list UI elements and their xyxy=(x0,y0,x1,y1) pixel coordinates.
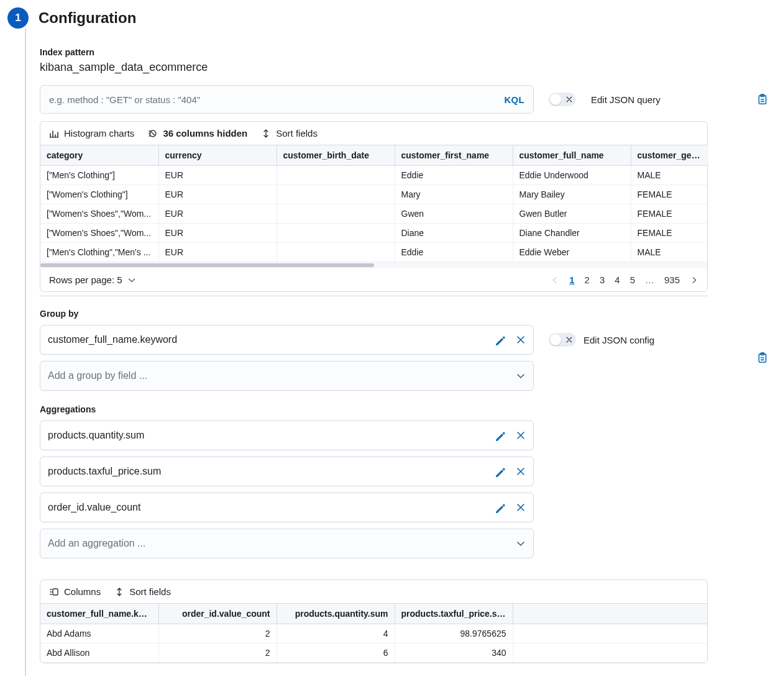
group-by-value: customer_full_name.keyword xyxy=(48,334,177,345)
table-cell: Eddie Underwood xyxy=(513,166,631,185)
table-cell: ["Men's Clothing","Men's ... xyxy=(40,243,158,262)
index-pattern-value: kibana_sample_data_ecommerce xyxy=(40,61,773,74)
x-icon xyxy=(516,335,526,345)
hidden-columns-button[interactable]: 36 columns hidden xyxy=(148,128,247,139)
table-cell: FEMALE xyxy=(631,204,708,224)
rows-per-page-button[interactable]: Rows per page: 5 xyxy=(49,275,136,285)
rows-per-page-label: Rows per page: 5 xyxy=(49,275,122,285)
page-number[interactable]: 935 xyxy=(664,275,680,285)
page-number[interactable]: 5 xyxy=(630,275,635,285)
pencil-icon xyxy=(495,502,506,513)
next-page-button[interactable] xyxy=(690,276,698,284)
x-icon xyxy=(516,466,526,476)
result-table: customer_full_name.key... order_id.value… xyxy=(40,604,707,663)
columns-button[interactable]: Columns xyxy=(49,586,101,597)
table-cell: Abd Allison xyxy=(40,643,158,663)
add-aggregation-placeholder: Add an aggregation ... xyxy=(48,538,145,549)
table-cell: EUR xyxy=(158,224,277,243)
histogram-charts-button[interactable]: Histogram charts xyxy=(49,128,134,139)
table-cell: Eddie xyxy=(395,166,513,185)
x-icon xyxy=(565,336,573,343)
col-header[interactable]: order_id.value_count xyxy=(158,604,277,624)
table-cell xyxy=(277,185,395,204)
table-cell: Gwen xyxy=(395,204,513,224)
table-cell: ["Women's Clothing"] xyxy=(40,185,158,204)
col-header[interactable]: customer_full_name xyxy=(513,145,631,166)
table-cell: 98.9765625 xyxy=(395,624,513,643)
col-header[interactable]: customer_full_name.key... xyxy=(40,604,158,624)
col-header[interactable]: category xyxy=(40,145,158,166)
edit-json-config-label: Edit JSON config xyxy=(583,335,654,345)
edit-aggregation-button[interactable] xyxy=(495,430,506,441)
horizontal-scrollbar[interactable] xyxy=(40,262,707,268)
table-cell: FEMALE xyxy=(631,185,708,204)
query-lang-button[interactable]: KQL xyxy=(504,94,524,105)
sort-fields-button-2[interactable]: Sort fields xyxy=(114,586,171,597)
remove-group-by-button[interactable] xyxy=(516,335,526,345)
edit-aggregation-button[interactable] xyxy=(495,502,506,513)
columns-icon xyxy=(49,587,59,597)
aggregation-entry: products.taxful_price.sum xyxy=(40,457,534,486)
sort-fields-button[interactable]: Sort fields xyxy=(261,128,318,139)
index-pattern-label: Index pattern xyxy=(40,47,773,57)
chevron-down-icon xyxy=(516,371,526,381)
columns-label: Columns xyxy=(64,586,101,597)
table-cell xyxy=(513,624,707,643)
table-cell: MALE xyxy=(631,243,708,262)
table-cell: Mary Bailey xyxy=(513,185,631,204)
table-cell: MALE xyxy=(631,166,708,185)
aggregations-label: Aggregations xyxy=(40,404,773,414)
add-aggregation-select[interactable]: Add an aggregation ... xyxy=(40,529,534,558)
remove-aggregation-button[interactable] xyxy=(516,466,526,476)
copy-query-button[interactable] xyxy=(757,94,768,105)
edit-json-config-toggle[interactable] xyxy=(549,333,576,347)
col-header[interactable]: products.taxful_price.sum xyxy=(395,604,513,624)
chevron-down-icon xyxy=(127,276,136,284)
query-input[interactable]: e.g. method : "GET" or status : "404" KQ… xyxy=(40,85,534,114)
pencil-icon xyxy=(495,466,506,477)
edit-aggregation-button[interactable] xyxy=(495,466,506,477)
table-cell: ["Men's Clothing"] xyxy=(40,166,158,185)
col-header[interactable]: customer_gender xyxy=(631,145,708,166)
prev-page-button[interactable] xyxy=(551,276,559,284)
table-row: ["Women's Shoes","Wom...EURGwenGwen Butl… xyxy=(40,204,708,224)
page-ellipsis: … xyxy=(645,275,654,285)
page-number[interactable]: 1 xyxy=(569,275,574,285)
table-cell: EUR xyxy=(158,185,277,204)
aggregation-entry: order_id.value_count xyxy=(40,493,534,522)
pencil-icon xyxy=(495,430,506,441)
col-header[interactable]: customer_birth_date xyxy=(277,145,395,166)
page-number[interactable]: 2 xyxy=(585,275,590,285)
page-number[interactable]: 4 xyxy=(615,275,620,285)
preview-panel: Histogram charts 36 columns hidden Sort … xyxy=(40,121,708,292)
aggregation-value: order_id.value_count xyxy=(48,502,140,513)
page-number[interactable]: 3 xyxy=(600,275,605,285)
sort-icon xyxy=(261,129,271,139)
add-group-by-select[interactable]: Add a group by field ... xyxy=(40,361,534,391)
table-row: ["Men's Clothing"]EUREddieEddie Underwoo… xyxy=(40,166,708,185)
edit-json-query-toggle[interactable] xyxy=(549,93,576,106)
table-cell xyxy=(277,166,395,185)
copy-config-button[interactable] xyxy=(757,343,768,373)
edit-group-by-button[interactable] xyxy=(495,334,506,345)
aggregation-value: products.quantity.sum xyxy=(48,430,144,441)
col-header[interactable]: currency xyxy=(158,145,277,166)
table-cell: EUR xyxy=(158,243,277,262)
step-title: Configuration xyxy=(39,9,136,27)
table-cell: FEMALE xyxy=(631,224,708,243)
table-cell: Eddie xyxy=(395,243,513,262)
table-row: ["Women's Clothing"]EURMaryMary BaileyFE… xyxy=(40,185,708,204)
remove-aggregation-button[interactable] xyxy=(516,502,526,512)
col-header[interactable]: customer_first_name xyxy=(395,145,513,166)
edit-json-query-label: Edit JSON query xyxy=(591,94,661,105)
table-cell xyxy=(277,243,395,262)
sort-fields-label: Sort fields xyxy=(276,128,318,139)
table-cell: Eddie Weber xyxy=(513,243,631,262)
remove-aggregation-button[interactable] xyxy=(516,430,526,440)
table-row: Abd Adams2498.9765625 xyxy=(40,624,707,643)
col-header[interactable]: products.quantity.sum xyxy=(277,604,395,624)
table-cell xyxy=(277,224,395,243)
step-badge: 1 xyxy=(7,7,29,29)
table-cell: Mary xyxy=(395,185,513,204)
chevron-right-icon xyxy=(690,276,698,284)
